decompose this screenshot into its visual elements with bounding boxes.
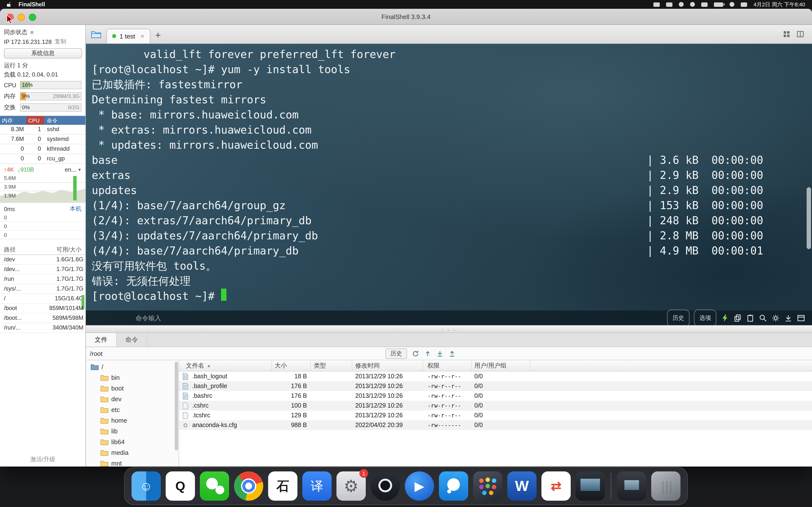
col-filename[interactable]: 文件名▲ xyxy=(179,360,272,371)
tree-item-home[interactable]: home xyxy=(86,415,179,426)
input-source-icon[interactable] xyxy=(666,2,672,7)
dock-obs[interactable] xyxy=(371,471,400,501)
title-bar[interactable]: FinalShell 3.9.3.4 xyxy=(0,9,812,25)
command-input-bar[interactable]: 命令输入 历史 选项 xyxy=(86,311,812,325)
process-col-command[interactable]: 命令 xyxy=(44,116,86,125)
do-not-disturb-icon[interactable] xyxy=(690,2,695,7)
tab-files[interactable]: 文件 xyxy=(86,333,117,347)
download-icon[interactable] xyxy=(784,314,793,322)
control-center-icon[interactable] xyxy=(741,2,747,7)
process-row[interactable]: 0 0 kthreadd xyxy=(0,144,86,154)
copy-icon[interactable] xyxy=(733,314,742,322)
tree-item-etc[interactable]: etc xyxy=(86,404,179,415)
new-tab-button[interactable]: + xyxy=(155,30,161,40)
tab-close-icon[interactable]: × xyxy=(141,33,144,40)
tab-1-test[interactable]: 1 test × xyxy=(106,29,150,43)
minimize-button[interactable] xyxy=(17,14,25,21)
tree-item-dev[interactable]: dev xyxy=(86,393,179,404)
path-bar[interactable]: /root 历史 xyxy=(86,347,812,360)
dock-wechat[interactable] xyxy=(200,471,229,501)
dock-chat-app[interactable] xyxy=(439,471,468,501)
process-col-cpu[interactable]: CPU xyxy=(27,116,44,125)
dock-display[interactable] xyxy=(575,471,605,501)
refresh-icon[interactable] xyxy=(412,350,419,357)
quick-command-icon[interactable] xyxy=(721,314,729,322)
terminal-line: base| 3.6 kB 00:00:00 xyxy=(92,153,763,168)
interface-selector[interactable]: en... ▼ xyxy=(65,166,82,173)
settings-gear-icon[interactable] xyxy=(771,314,780,322)
tree-item-lib[interactable]: lib xyxy=(86,426,179,436)
ping-host[interactable]: 本机 xyxy=(70,205,82,213)
terminal[interactable]: valid_lft forever preferred_lft forever … xyxy=(86,44,812,325)
file-row[interactable]: .bashrc 176 B 2013/12/29 10:26 -rw-r--r-… xyxy=(179,391,812,401)
download-file-icon[interactable] xyxy=(436,350,444,357)
tree-item-mnt[interactable]: mnt xyxy=(86,458,179,466)
process-col-memory[interactable]: 内存 xyxy=(0,116,27,125)
file-row[interactable]: .bash_profile 176 B 2013/12/29 10:26 -rw… xyxy=(179,381,812,391)
file-row[interactable]: .tcshrc 129 B 2013/12/29 10:26 -rw-r--r-… xyxy=(179,410,812,420)
search-icon[interactable] xyxy=(759,314,767,322)
options-button[interactable]: 选项 xyxy=(694,309,716,325)
col-permissions[interactable]: 权限 xyxy=(423,360,472,371)
menu-bar-clock[interactable]: 4月2日 周六 下午8:40 xyxy=(753,1,805,8)
recording-icon[interactable] xyxy=(679,2,684,7)
tree-item-bin[interactable]: bin xyxy=(86,372,179,383)
tree-item-root[interactable]: / xyxy=(86,361,179,372)
split-view-icon[interactable] xyxy=(796,30,804,38)
current-path[interactable]: /root xyxy=(90,350,102,357)
col-modified[interactable]: 修改时间 xyxy=(352,360,423,371)
tab-commands[interactable]: 命令 xyxy=(117,333,147,347)
dock-chrome[interactable] xyxy=(234,471,263,501)
upload-file-icon[interactable] xyxy=(449,350,456,357)
search-icon[interactable] xyxy=(729,2,734,7)
tree-item-boot[interactable]: boot xyxy=(86,383,179,393)
history-button[interactable]: 历史 xyxy=(667,309,690,325)
tree-item-media[interactable]: media xyxy=(86,447,179,458)
paste-icon[interactable] xyxy=(746,314,754,322)
dock-qq[interactable]: Q xyxy=(166,471,195,501)
dock-divider xyxy=(611,473,611,499)
dock-remote-desktop[interactable]: ⇄ xyxy=(542,471,571,501)
dock-launchpad[interactable] xyxy=(473,471,502,501)
process-row[interactable]: 8.3M 1 sshd xyxy=(0,125,86,134)
dock-media-player[interactable]: ▶ xyxy=(405,471,434,501)
tree-item-lib64[interactable]: lib64 xyxy=(86,436,179,447)
system-info-button[interactable]: 系统信息 xyxy=(4,48,82,58)
grid-view-icon[interactable] xyxy=(783,30,791,38)
parent-dir-icon[interactable] xyxy=(424,350,432,357)
dock-shimo[interactable]: 石 xyxy=(268,471,297,501)
file-row[interactable]: anaconda-ks.cfg 988 B 2022/04/02 20:39 -… xyxy=(179,420,812,430)
battery-icon[interactable] xyxy=(714,2,723,7)
path-history-button[interactable]: 历史 xyxy=(386,348,407,358)
net-scale-2: 3.9M xyxy=(4,184,16,190)
menu-bar-app-name[interactable]: FinalShell xyxy=(18,1,45,7)
dock-screen-share[interactable] xyxy=(617,471,646,501)
terminal-line: [root@localhost ~]# yum -y install tools xyxy=(92,62,763,77)
dock-translate[interactable]: 译 xyxy=(302,471,332,501)
dock: ☺ Q 石 译 ⚙1 ▶ W ⇄ xyxy=(124,467,688,505)
screen-mirror-icon[interactable] xyxy=(653,2,660,7)
panel-splitter[interactable]: · · · xyxy=(86,325,812,333)
dock-word[interactable]: W xyxy=(507,471,537,501)
activate-upgrade-link[interactable]: 激活/升级 xyxy=(0,455,86,464)
panel-toggle-icon[interactable] xyxy=(797,314,805,322)
file-table: 文件名▲ 大小 类型 修改时间 权限 用户/用户组 .bash_logout xyxy=(179,360,812,466)
apple-menu-icon[interactable] xyxy=(7,1,13,8)
terminal-scrollbar[interactable] xyxy=(807,187,811,249)
dock-system-settings[interactable]: ⚙1 xyxy=(337,471,366,501)
copy-ip-link[interactable]: 复制 xyxy=(55,38,66,46)
col-owner[interactable]: 用户/用户组 xyxy=(472,360,530,371)
dock-trash[interactable] xyxy=(651,471,680,501)
col-size[interactable]: 大小 xyxy=(272,360,311,371)
col-type[interactable]: 类型 xyxy=(311,360,352,371)
process-row[interactable]: 0 0 rcu_gp xyxy=(0,154,86,164)
display-icon[interactable] xyxy=(701,2,708,7)
file-row[interactable]: .bash_logout 18 B 2013/12/29 10:26 -rw-r… xyxy=(179,372,812,381)
file-row[interactable]: .cshrc 100 B 2013/12/29 10:26 -rw-r--r--… xyxy=(179,401,812,410)
ping-latency: 0ms xyxy=(4,206,15,212)
tree-scrollbar[interactable] xyxy=(175,362,178,450)
process-row[interactable]: 7.6M 0 systemd xyxy=(0,134,86,144)
dock-finder[interactable]: ☺ xyxy=(132,471,161,501)
zoom-button[interactable] xyxy=(29,14,36,21)
open-connection-button[interactable] xyxy=(91,30,101,38)
